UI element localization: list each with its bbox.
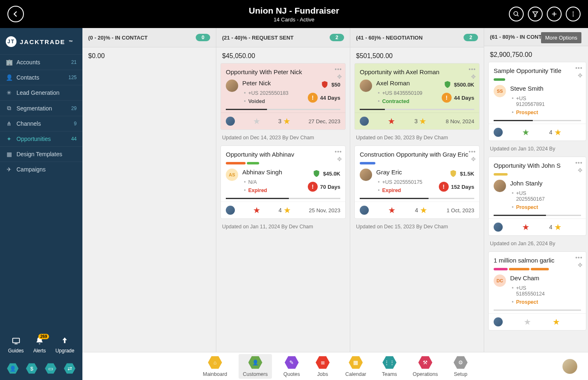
opportunity-card[interactable]: ••• ✥ Opportunity with Axel Roman Axel R… xyxy=(354,63,480,130)
opportunity-card[interactable]: ••• ✥ Opportunity with Abhinav AS Abhina… xyxy=(220,145,346,219)
priority-star-icon[interactable]: ★ xyxy=(522,127,529,137)
add-button[interactable] xyxy=(547,7,562,21)
contact-avatar: DC xyxy=(494,274,506,287)
nav-teams[interactable]: ⋮⋮Teams xyxy=(378,354,401,379)
drag-handle-icon[interactable]: ✥ xyxy=(471,156,476,162)
priority-star-icon[interactable]: ★ xyxy=(388,205,396,215)
nav-mainboard[interactable]: ⌂Mainboard xyxy=(199,354,231,379)
nav-label: Teams xyxy=(382,371,397,377)
sidebar-item-label: Segmentation xyxy=(16,105,52,112)
nav-jobs[interactable]: ≣Jobs xyxy=(312,354,334,379)
page-title: Union NJ - Fundraiser xyxy=(249,6,339,16)
contact-phone: +US 2025550167 xyxy=(512,189,545,203)
card-updated-text: Updated on Jan 26, 2024 By xyxy=(488,239,586,251)
upgrade-button[interactable]: Upgrade xyxy=(55,336,74,354)
card-days: 44 Days xyxy=(320,95,340,101)
priority-star-icon[interactable]: ★ xyxy=(253,116,260,126)
card-rating: 3 ★ xyxy=(415,116,427,126)
contact-avatar: SS xyxy=(494,85,506,97)
contact-name: Steve Smith xyxy=(510,85,545,92)
hex-action-3[interactable]: ▭ xyxy=(45,363,56,374)
priority-star-icon[interactable]: ★ xyxy=(522,222,529,232)
back-button[interactable] xyxy=(7,6,24,22)
opportunity-card[interactable]: ••• ✥ Sample Opportunity Title SS Steve … xyxy=(488,62,586,141)
drag-handle-icon[interactable]: ✥ xyxy=(578,167,583,174)
sidebar-item-label: Campaigns xyxy=(16,166,46,173)
contact-name: John Stanly xyxy=(510,180,545,187)
sidebar-item-opportunities[interactable]: ✦Opportunities44 xyxy=(0,131,82,146)
sidebar-item-channels[interactable]: ⋔Channels9 xyxy=(0,116,82,131)
card-date: 1 Oct, 2023 xyxy=(447,207,474,213)
owner-avatar xyxy=(494,128,503,137)
hex-action-4[interactable]: ⇄ xyxy=(64,363,75,374)
more-options-button[interactable] xyxy=(566,7,581,21)
owner-avatar xyxy=(494,223,503,232)
card-date: 8 Nov, 2024 xyxy=(446,118,474,124)
opportunity-card[interactable]: ••• ✥ Construction Opportunity with Gray… xyxy=(354,145,480,219)
sidebar-item-campaigns[interactable]: ✈Campaigns xyxy=(0,162,82,177)
hex-action-2[interactable]: $ xyxy=(26,363,37,374)
drag-handle-icon[interactable]: ✥ xyxy=(471,73,476,80)
column-count-pill: 2 xyxy=(330,34,344,41)
priority-star-icon[interactable]: ★ xyxy=(388,116,395,126)
opportunity-card[interactable]: ••• ✥ Opportunity With Peter Nick Peter … xyxy=(220,63,346,130)
card-menu-button[interactable]: ••• xyxy=(335,148,342,155)
card-updated-text: Updated on Dec 14, 2023 By Dev Cham xyxy=(220,133,346,145)
drag-handle-icon[interactable]: ✥ xyxy=(578,72,583,79)
sidebar-item-count: 21 xyxy=(71,59,77,65)
nav-label: Customers xyxy=(243,371,267,377)
nav-calendar[interactable]: ▦Calendar xyxy=(341,354,370,379)
drag-handle-icon[interactable]: ✥ xyxy=(578,262,583,268)
rating-star-icon: ★ xyxy=(283,116,290,126)
nav-customers[interactable]: 👤Customers xyxy=(239,354,272,379)
alerts-button[interactable]: 269 Alerts xyxy=(33,336,46,354)
nav-operations[interactable]: ⚒Operations xyxy=(409,354,442,379)
sidebar-item-design-templates[interactable]: ▦Design Templates xyxy=(0,146,82,162)
nav-quotes[interactable]: ✎Quotes xyxy=(279,354,304,379)
brand-logo[interactable]: JT JACKTRADE™ xyxy=(0,28,82,54)
filter-icon xyxy=(532,11,539,17)
hex-action-1[interactable]: 👤 xyxy=(7,363,19,374)
drag-handle-icon[interactable]: ✥ xyxy=(337,156,342,162)
column-total: $501,500.00 xyxy=(350,47,484,63)
sidebar-item-contacts[interactable]: 👤Contacts125 xyxy=(0,70,82,85)
shield-icon xyxy=(321,80,329,89)
upgrade-icon xyxy=(60,336,69,345)
svg-point-6 xyxy=(573,14,574,15)
nav-label: Operations xyxy=(413,371,438,377)
nav-icon: ≣ xyxy=(316,356,330,370)
card-menu-button[interactable]: ••• xyxy=(575,65,583,71)
search-button[interactable] xyxy=(509,7,524,21)
card-updated-text: Updated on Jan 10, 2024 By xyxy=(488,144,586,157)
guides-button[interactable]: Guides xyxy=(8,336,24,354)
sidebar-icon: 👤 xyxy=(6,74,12,81)
contact-phone: N/A xyxy=(244,178,304,186)
priority-star-icon[interactable]: ★ xyxy=(524,317,531,327)
column-count-pill: 0 xyxy=(196,34,210,41)
opportunity-card[interactable]: ••• ✥ Opportunity With John S John Stanl… xyxy=(488,157,586,236)
drag-handle-icon[interactable]: ✥ xyxy=(337,73,342,80)
nav-icon: ⌂ xyxy=(208,356,222,370)
sidebar-item-segmentation[interactable]: ⧉Segmentation29 xyxy=(0,100,82,116)
card-menu-button[interactable]: ••• xyxy=(575,254,583,261)
nav-setup[interactable]: ⚙Setup xyxy=(450,354,472,379)
sidebar-item-accounts[interactable]: 🏢Accounts21 xyxy=(0,54,82,70)
filter-button[interactable] xyxy=(528,7,543,21)
card-value: $50 xyxy=(331,82,340,88)
card-menu-button[interactable]: ••• xyxy=(575,160,583,166)
card-menu-button[interactable]: ••• xyxy=(335,66,342,73)
card-menu-button[interactable]: ••• xyxy=(469,148,476,155)
card-menu-button[interactable]: ••• xyxy=(469,66,476,73)
kanban-column: (41 - 60)% - NEGOTIATION 2 $501,500.00 •… xyxy=(350,28,484,352)
sidebar-item-label: Opportunities xyxy=(16,136,51,142)
priority-star-icon[interactable]: ★ xyxy=(253,205,260,215)
sidebar-item-lead-generation[interactable]: ✳Lead Generation xyxy=(0,85,82,100)
card-rating: 4 ★ xyxy=(549,127,562,137)
column-body: ••• ✥ Opportunity With Peter Nick Peter … xyxy=(216,63,350,352)
nav-label: Setup xyxy=(454,371,467,377)
sidebar-item-label: Design Templates xyxy=(16,151,62,157)
user-avatar[interactable] xyxy=(562,359,577,374)
owner-avatar xyxy=(494,317,503,326)
rating-star-icon: ★ xyxy=(419,116,426,126)
opportunity-card[interactable]: ••• ✥ 1 million salmon garlic DC Dev Cha… xyxy=(488,251,586,331)
